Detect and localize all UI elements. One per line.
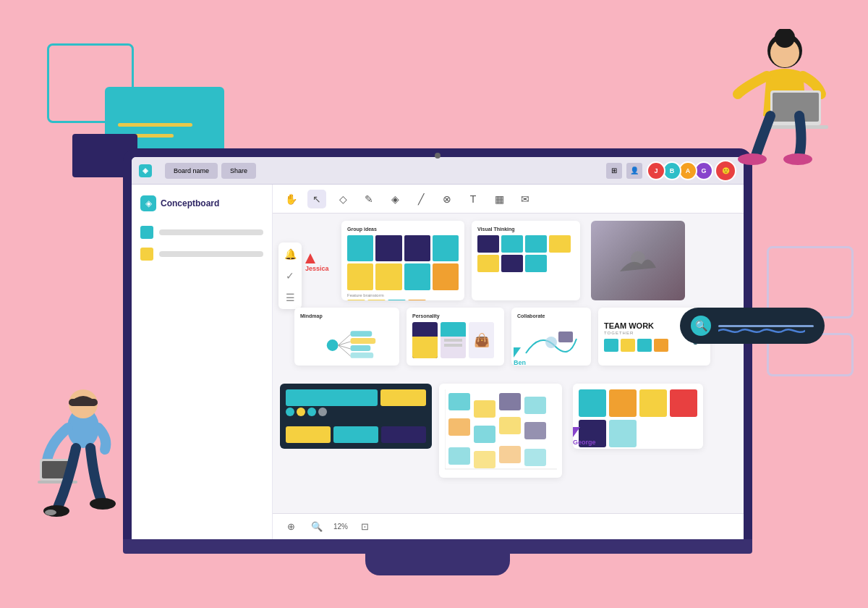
vt-sticky-4 [549, 235, 571, 253]
illustration-person-right [731, 29, 832, 177]
sticky-7 [404, 263, 430, 290]
sidebar-bar-2 [159, 251, 263, 257]
svg-rect-27 [350, 352, 373, 358]
app-main: ◈ Conceptboard [132, 185, 744, 539]
vt-sticky-6 [501, 255, 523, 272]
avatar-jessica: J [647, 161, 665, 180]
tool-fill[interactable]: ◈ [386, 190, 404, 208]
tool-select[interactable]: ↖ [307, 190, 326, 208]
design-block-dark [381, 426, 426, 443]
svg-point-28 [545, 337, 557, 348]
sidebar-logo: ◈ Conceptboard [140, 195, 263, 211]
collaborate-svg [519, 324, 584, 360]
tool-hand[interactable]: ✋ [281, 190, 300, 208]
tool-table[interactable]: ▦ [490, 190, 509, 208]
sidebar-item-2[interactable] [140, 248, 263, 261]
svg-rect-26 [350, 345, 370, 351]
vt-sticky-1 [477, 235, 499, 253]
sr-sticky-4 [670, 389, 697, 417]
vt-sticky-7 [525, 255, 547, 272]
personality-shape-2 [441, 322, 466, 358]
app-canvas: ✋ ↖ ◇ ✎ ◈ ╱ ⊗ T ▦ ✉ [273, 185, 744, 539]
board-feature-label: Feature brainstorm [347, 293, 459, 297]
board-visual-thinking-title: Visual Thinking [477, 227, 574, 232]
svg-point-15 [738, 153, 767, 165]
bottom-btn-zoom-in[interactable]: 🔍 [307, 518, 326, 536]
sr-sticky-2 [609, 389, 637, 417]
laptop-camera [435, 153, 441, 159]
bottom-btn-compass[interactable]: ⊕ [281, 518, 300, 536]
personality-shapes: 👜 [412, 322, 498, 358]
bottom-btn-screen[interactable]: ⊡ [355, 518, 374, 536]
tool-eraser[interactable]: ⊗ [438, 190, 456, 208]
topbar-tabs: Board name Share [165, 163, 256, 179]
svg-rect-35 [474, 426, 495, 443]
feature-sticky-3 [388, 300, 406, 301]
svg-rect-33 [524, 397, 546, 414]
search-pill[interactable]: 🔍 [680, 308, 825, 344]
cursor-ben-label: Ben [514, 359, 526, 366]
tool-text[interactable]: T [464, 190, 482, 208]
svg-rect-38 [448, 447, 470, 465]
sidebar-logo-text: Conceptboard [161, 198, 219, 208]
board-group-ideas-title: Group ideas [347, 227, 459, 232]
topbar-tab-1[interactable]: Board name [165, 163, 218, 179]
laptop-screen-frame: ◈ Board name Share ⊞ 👤 J B A G [123, 148, 752, 539]
svg-point-19 [327, 339, 339, 351]
tool-shape[interactable]: ◇ [333, 190, 352, 208]
svg-point-8 [45, 510, 56, 515]
laptop-stand [123, 554, 752, 575]
personality-shape-3: 👜 [469, 322, 494, 358]
svg-rect-30 [448, 393, 470, 410]
sticky-8 [433, 263, 459, 290]
design-dots-row [286, 408, 426, 424]
teamwork-sticky-3 [637, 339, 652, 352]
cursor-ben: Ben [514, 347, 526, 366]
sr-sticky-3 [639, 389, 667, 417]
design-block-teal [286, 389, 378, 406]
grid-view-button[interactable]: ⊞ [606, 163, 622, 179]
laptop-stand-inner [365, 554, 510, 575]
sidebar-item-1[interactable] [140, 226, 263, 239]
personality-shape-1 [412, 322, 438, 358]
svg-rect-2 [69, 399, 98, 406]
tool-pen[interactable]: ✎ [359, 190, 378, 208]
topbar-icons: ⊞ 👤 J B A G 🙂 [606, 160, 736, 182]
topbar-tab-2[interactable]: Share [221, 163, 256, 179]
sticky-grid-group [347, 235, 459, 290]
panel-bell-icon[interactable]: 🔔 [284, 248, 297, 260]
svg-rect-39 [474, 451, 495, 468]
laptop-base [123, 539, 752, 554]
svg-rect-24 [350, 331, 372, 337]
tool-line[interactable]: ╱ [412, 190, 430, 208]
design-block-teal-2 [333, 426, 378, 443]
svg-rect-25 [350, 338, 375, 344]
sidebar-logo-icon: ◈ [140, 195, 156, 211]
board-visual-thinking: Visual Thinking [472, 221, 580, 300]
board-group-ideas: Group ideas Feature [341, 221, 464, 300]
person-button[interactable]: 👤 [626, 163, 642, 179]
sticky-4 [433, 235, 459, 261]
feature-sticky-1 [347, 300, 365, 301]
zoom-percentage: 12% [333, 523, 348, 531]
design-block-yellow-2 [286, 426, 331, 443]
teamwork-sub: TOGETHER [604, 331, 682, 335]
teamwork-sticky-4 [654, 339, 668, 352]
svg-rect-34 [448, 418, 470, 436]
sticky-3 [404, 235, 430, 261]
sidebar-bar-1 [159, 229, 263, 235]
svg-rect-36 [499, 417, 521, 434]
svg-rect-29 [558, 332, 573, 342]
feature-sticky-4 [408, 300, 426, 301]
canvas-bottom-bar: ⊕ 🔍 12% ⊡ [273, 513, 744, 539]
photo-icon [616, 242, 660, 279]
cursor-jessica-label: Jessica [305, 265, 329, 272]
cursor-jessica-arrow [305, 253, 315, 263]
panel-list-icon[interactable]: ☰ [286, 292, 295, 303]
chart-svg [445, 389, 561, 476]
board-mindmap: Mindmap [294, 308, 399, 366]
tool-comment[interactable]: ✉ [516, 190, 535, 208]
board-mindmap-title: Mindmap [300, 313, 393, 318]
sidebar-color-teal [140, 226, 153, 239]
panel-check-icon[interactable]: ✓ [286, 270, 294, 282]
